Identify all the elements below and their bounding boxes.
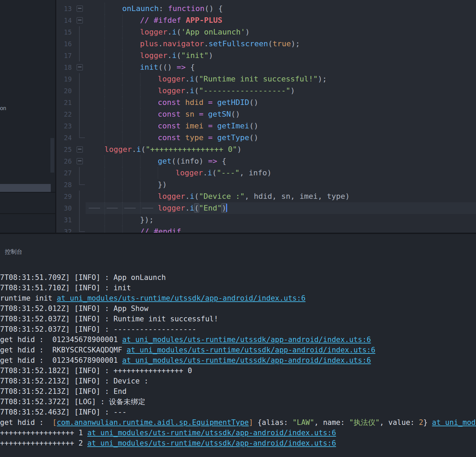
console-tab-label[interactable]: 控制台 <box>5 248 22 256</box>
indent-tab <box>122 108 140 120</box>
code-token: 'App onLaunch' <box>181 28 245 36</box>
code-line-27[interactable]: 27logger.i("---", info) <box>56 167 476 179</box>
code-line-19[interactable]: 19logger.i("Runtime init successful!"); <box>56 73 476 85</box>
fold-column <box>72 226 86 233</box>
code-token: logger <box>105 145 132 154</box>
code-line-26[interactable]: 26get((info) => { <box>56 155 476 167</box>
code-line-21[interactable]: 21const hdid = getHDID() <box>56 97 476 108</box>
code-line-22[interactable]: 22const sn = getSN() <box>56 108 476 120</box>
log-text: 7T08:31:51.709Z] [INFO] : App onLaunch <box>0 273 166 282</box>
fold-scope-line <box>79 26 80 38</box>
gutter: 18 <box>56 61 86 73</box>
code-token: }) <box>158 180 167 189</box>
log-text: +++++++++++++++++ 1 <box>0 429 87 437</box>
fold-collapse-icon[interactable] <box>77 64 83 70</box>
code-line-17[interactable]: 17logger.i("init") <box>56 50 476 61</box>
indent-tab <box>105 26 123 38</box>
fold-collapse-icon[interactable] <box>77 6 83 12</box>
code-line-18[interactable]: 18init(() => { <box>56 61 476 73</box>
code-text: const type = getType() <box>86 132 476 144</box>
indent-tab <box>105 97 123 108</box>
fold-column <box>72 144 86 155</box>
code-line-23[interactable]: 23const imei = getImei() <box>56 120 476 132</box>
indent-tab <box>87 202 105 214</box>
indent-tab <box>105 3 123 14</box>
fold-column <box>72 179 86 191</box>
fold-collapse-icon[interactable] <box>77 146 83 153</box>
log-source-link[interactable]: at uni_modules/uts-runtime/utssdk/app-an… <box>432 418 476 427</box>
code-token: ( <box>141 145 145 154</box>
code-token: function <box>168 4 204 13</box>
code-line-30[interactable]: 30logger.i("End") <box>56 202 476 214</box>
console-panel: 控制台 7T08:31:51.709Z] [INFO] : App onLaun… <box>0 234 476 457</box>
gutter: 19 <box>56 73 86 85</box>
sidebar-divider <box>0 192 55 193</box>
indent-tab <box>87 144 105 155</box>
gutter: 21 <box>56 97 86 108</box>
log-source-link[interactable]: at uni_modules/uts-runtime/utssdk/app-an… <box>87 429 336 437</box>
code-token: const <box>158 133 181 142</box>
log-line: 7T08:31:52.037Z] [INFO] : Runtime init s… <box>0 314 476 324</box>
sidebar-truncated-label: on <box>0 105 6 111</box>
sidebar-horizontal-scrollbar-thumb[interactable] <box>0 184 51 192</box>
code-line-32[interactable]: 32// #endif <box>56 226 476 233</box>
line-number: 20 <box>56 85 72 97</box>
code-line-31[interactable]: 31}); <box>56 214 476 226</box>
line-number: 25 <box>56 144 72 155</box>
gutter: 30 <box>56 202 86 214</box>
code-token: logger <box>140 51 167 60</box>
code-text: plus.navigator.setFullscreen(true); <box>86 38 476 50</box>
code-line-15[interactable]: 15logger.i('App onLaunch') <box>56 26 476 38</box>
code-token: APP-PLUS <box>186 16 222 25</box>
code-editor[interactable]: 13onLaunch: function() {14// #ifdef APP-… <box>56 0 476 233</box>
fold-collapse-icon[interactable] <box>77 158 83 164</box>
code-token: : <box>159 4 168 13</box>
code-token: ); <box>318 75 327 83</box>
code-token: ( <box>194 75 199 83</box>
gutter: 31 <box>56 214 86 226</box>
log-source-link[interactable]: at uni_modules/uts-runtime/utssdk/app-an… <box>122 336 371 344</box>
code-text: logger.i("---", info) <box>86 167 476 179</box>
sidebar-vertical-scrollbar-thumb[interactable] <box>50 138 54 173</box>
code-text: logger.i('App onLaunch') <box>86 26 476 38</box>
log-source-link[interactable]: at uni_modules/uts-runtime/utssdk/app-an… <box>57 294 305 302</box>
log-text: {alias: <box>253 418 292 427</box>
code-line-25[interactable]: 25logger.i("++++++++++++++++ 0") <box>56 144 476 155</box>
gutter: 13 <box>56 3 86 14</box>
code-line-29[interactable]: 29logger.i("Device :", hdid, sn, imei, t… <box>56 191 476 202</box>
code-token: = <box>208 133 213 142</box>
code-token: i <box>190 86 194 95</box>
indent-tab <box>122 202 140 214</box>
log-source-link[interactable]: com.ananwulian.runtime.aidl.sp.Equipment… <box>57 418 249 427</box>
log-line: 7T08:31:52.182Z] [INFO] : ++++++++++++++… <box>0 366 476 376</box>
code-line-14[interactable]: 14// #ifdef APP-PLUS <box>56 14 476 26</box>
code-token: ( <box>212 168 216 177</box>
code-text: logger.i("Device :", hdid, sn, imei, typ… <box>86 191 476 202</box>
indent-tab <box>105 73 123 85</box>
code-token: . <box>204 39 208 48</box>
indent-tab <box>87 179 105 191</box>
log-source-link[interactable]: at uni_modules/uts-runtime/utssdk/app-an… <box>87 439 336 447</box>
fold-column <box>72 85 86 97</box>
fold-column <box>72 202 86 214</box>
code-token <box>213 133 217 142</box>
indent-tab <box>105 108 123 120</box>
code-token: logger <box>158 192 185 201</box>
code-line-16[interactable]: 16plus.navigator.setFullscreen(true); <box>56 38 476 50</box>
code-token <box>181 121 185 130</box>
code-token: . <box>185 192 190 201</box>
log-text: 7T08:31:52.037Z] [INFO] : Runtime init s… <box>0 315 218 323</box>
indent-tab <box>122 61 140 73</box>
indent-tab <box>140 191 158 202</box>
log-source-link[interactable]: at uni_modules/uts-runtime/utssdk/app-an… <box>127 346 376 354</box>
log-line: get hdid : 012345678900001 at uni_module… <box>0 334 476 345</box>
code-text: logger.i("Runtime init successful!"); <box>86 73 476 85</box>
code-line-28[interactable]: 28}) <box>56 179 476 191</box>
code-token: { <box>186 63 195 71</box>
code-line-13[interactable]: 13onLaunch: function() { <box>56 3 476 14</box>
fold-collapse-icon[interactable] <box>77 17 83 23</box>
indent-tab <box>87 120 105 132</box>
code-line-20[interactable]: 20logger.i("------------------") <box>56 85 476 97</box>
log-source-link[interactable]: at uni_modules/uts-runtime/utssdk/app-an… <box>122 356 371 364</box>
code-line-24[interactable]: 24const type = getType() <box>56 132 476 144</box>
